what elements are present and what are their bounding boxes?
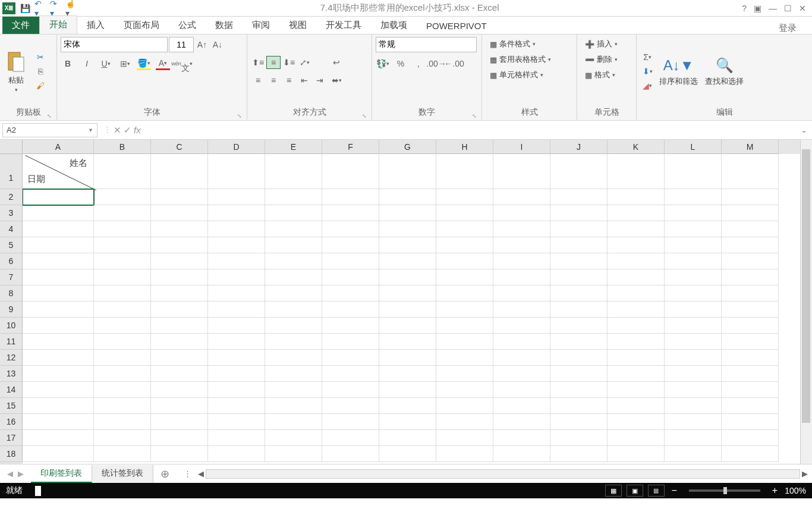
cell[interactable] <box>722 382 779 398</box>
cell[interactable] <box>23 414 94 430</box>
cell[interactable] <box>379 318 436 334</box>
cell[interactable] <box>608 285 665 302</box>
cell[interactable] <box>322 154 379 189</box>
cell[interactable] <box>493 350 550 366</box>
cell[interactable] <box>722 237 779 253</box>
font-size-select[interactable] <box>169 37 194 52</box>
group-label-alignment[interactable]: 对齐方式 <box>251 106 368 120</box>
cell[interactable] <box>322 398 379 414</box>
cell[interactable] <box>436 154 493 189</box>
row-header[interactable]: 17 <box>0 430 23 446</box>
cut-icon[interactable]: ✂ <box>33 51 48 64</box>
cell[interactable] <box>436 398 493 414</box>
cell[interactable] <box>265 237 322 253</box>
align-top-icon[interactable]: ⬆≡ <box>251 56 265 69</box>
view-normal-icon[interactable]: ▦ <box>605 485 622 497</box>
cell[interactable] <box>23 221 94 237</box>
cell[interactable] <box>265 269 322 285</box>
cell[interactable] <box>608 253 665 269</box>
cell[interactable] <box>550 350 608 366</box>
cell[interactable] <box>322 414 379 430</box>
italic-icon[interactable]: I <box>80 57 94 70</box>
cell[interactable] <box>665 430 722 446</box>
cell[interactable] <box>208 382 265 398</box>
cell[interactable] <box>379 285 436 302</box>
cell[interactable] <box>436 414 493 430</box>
cell[interactable] <box>151 414 208 430</box>
zoom-out-icon[interactable]: − <box>669 485 679 496</box>
cell[interactable] <box>23 366 94 382</box>
cell[interactable] <box>151 318 208 334</box>
insert-cells-button[interactable]: ➕插入 <box>581 37 622 51</box>
cell[interactable] <box>608 189 665 205</box>
cell[interactable] <box>493 382 550 398</box>
tab-developer[interactable]: 开发工具 <box>316 17 371 34</box>
cell[interactable] <box>493 414 550 430</box>
align-center-icon[interactable]: ≡ <box>266 74 281 87</box>
maximize-icon[interactable]: ☐ <box>784 4 792 13</box>
cell[interactable] <box>94 350 151 366</box>
cell[interactable] <box>94 302 151 318</box>
cell[interactable] <box>265 318 322 334</box>
number-format-select[interactable] <box>376 37 477 52</box>
cell[interactable] <box>608 430 665 446</box>
cell[interactable] <box>23 350 94 366</box>
add-sheet-icon[interactable]: ⊕ <box>153 467 177 481</box>
cell[interactable] <box>608 237 665 253</box>
name-box-dropdown-icon[interactable]: ▼ <box>88 127 93 133</box>
cell[interactable] <box>550 302 608 318</box>
cell[interactable] <box>665 221 722 237</box>
cell[interactable] <box>208 205 265 221</box>
cell[interactable] <box>94 382 151 398</box>
cell[interactable] <box>379 154 436 189</box>
sheet-tab-active[interactable]: 印刷签到表 <box>31 465 92 483</box>
cell[interactable] <box>322 221 379 237</box>
accounting-format-icon[interactable]: 💱 <box>376 57 390 70</box>
cell[interactable] <box>550 285 608 302</box>
decrease-font-icon[interactable]: A↓ <box>210 38 225 51</box>
cell[interactable] <box>608 221 665 237</box>
row-header[interactable]: 2 <box>0 189 23 205</box>
cell[interactable] <box>722 302 779 318</box>
cell[interactable] <box>23 237 94 253</box>
row-header[interactable]: 11 <box>0 334 23 350</box>
cell[interactable] <box>550 398 608 414</box>
cell[interactable] <box>208 318 265 334</box>
macro-record-icon[interactable]: ▐▌ <box>32 486 44 495</box>
cell[interactable] <box>23 318 94 334</box>
expand-formula-bar-icon[interactable]: ⌄ <box>796 125 812 134</box>
cell[interactable] <box>436 350 493 366</box>
sheet-tab[interactable]: 统计签到表 <box>92 465 153 483</box>
align-right-icon[interactable]: ≡ <box>282 74 296 87</box>
cell[interactable] <box>208 237 265 253</box>
cell[interactable] <box>436 205 493 221</box>
cell[interactable] <box>265 430 322 446</box>
cell[interactable] <box>322 205 379 221</box>
save-icon[interactable]: 💾 <box>19 2 31 14</box>
cell[interactable] <box>722 414 779 430</box>
row-header[interactable]: 1 <box>0 154 23 189</box>
cell[interactable] <box>722 446 779 462</box>
cell[interactable] <box>94 237 151 253</box>
row-header[interactable]: 3 <box>0 205 23 221</box>
cell[interactable] <box>379 446 436 462</box>
cell[interactable] <box>23 398 94 414</box>
cell[interactable] <box>608 414 665 430</box>
col-header[interactable]: L <box>665 140 722 154</box>
cell[interactable] <box>379 430 436 446</box>
cell[interactable] <box>493 302 550 318</box>
cell[interactable] <box>608 269 665 285</box>
cell[interactable] <box>265 189 322 205</box>
bold-icon[interactable]: B <box>61 57 75 70</box>
row-header[interactable]: 6 <box>0 253 23 269</box>
cell[interactable] <box>265 446 322 462</box>
cell[interactable] <box>379 189 436 205</box>
enter-formula-icon[interactable]: ✓ <box>124 125 131 136</box>
cell[interactable] <box>23 430 94 446</box>
increase-font-icon[interactable]: A↑ <box>195 38 209 51</box>
cell[interactable] <box>94 269 151 285</box>
cell[interactable] <box>379 253 436 269</box>
cell[interactable] <box>23 189 94 205</box>
cell[interactable] <box>265 350 322 366</box>
zoom-slider-handle[interactable] <box>723 487 727 494</box>
